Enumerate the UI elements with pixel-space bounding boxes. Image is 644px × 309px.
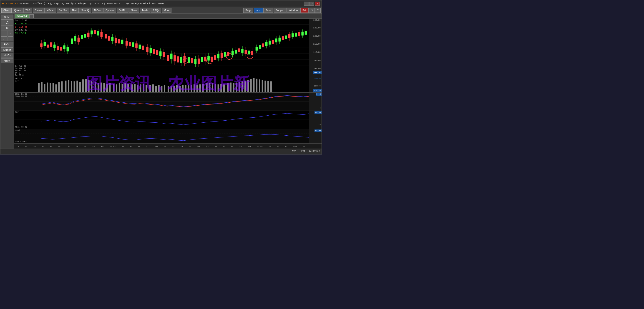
trade-menu-btn[interactable]: Trade xyxy=(140,8,150,13)
mscan-menu-btn[interactable]: MScan xyxy=(44,8,56,13)
chart-tab-kceu20[interactable]: KCEU20,D xyxy=(14,14,30,18)
news-menu-btn[interactable]: News xyxy=(129,8,140,13)
svg-rect-184 xyxy=(71,81,72,93)
add-tab-btn[interactable]: + xyxy=(30,14,34,18)
ohlc-delta: Δ= +2.15 xyxy=(15,32,26,35)
save-btn[interactable]: Save xyxy=(263,8,273,13)
hvol-value: HVOL= 34.07 xyxy=(15,140,28,143)
stochastic-svg xyxy=(14,93,309,111)
print-btn[interactable]: 🖨 xyxy=(1,20,14,25)
window-btn[interactable]: Window xyxy=(287,8,300,13)
stoch-axis: 50 0 91.7 xyxy=(309,93,322,111)
svg-rect-173 xyxy=(38,83,40,92)
page-btn[interactable]: Page xyxy=(243,8,253,13)
ts-menu-btn[interactable]: T&S xyxy=(24,8,32,13)
svg-rect-111 xyxy=(208,56,210,61)
chart-menu-btn[interactable]: Chart xyxy=(1,8,12,13)
ohlc-open: O= 116.90 xyxy=(15,19,27,22)
svg-rect-161 xyxy=(288,34,290,38)
svg-rect-169 xyxy=(301,32,304,36)
svg-rect-93 xyxy=(180,57,182,63)
svg-rect-23 xyxy=(60,47,62,51)
svg-rect-193 xyxy=(98,83,99,92)
more-menu-btn[interactable]: More xyxy=(162,8,172,13)
svg-rect-213 xyxy=(158,85,160,92)
svg-rect-157 xyxy=(282,37,284,40)
ordtkt-menu-btn[interactable]: OrdTkt xyxy=(117,8,128,13)
ohlc-high: H= 121.25 xyxy=(15,23,27,25)
price-tick-100: 100.00 xyxy=(313,68,321,70)
ohlc-info: O= 116.90 H= 121.25 L= 116.65 L= 120.05 … xyxy=(15,19,27,35)
left-btn[interactable]: ← xyxy=(1,37,7,42)
hist-btn[interactable]: <Hist> xyxy=(1,58,14,63)
svg-rect-185 xyxy=(74,82,75,93)
svg-rect-202 xyxy=(124,83,126,92)
svg-rect-143 xyxy=(259,45,261,49)
allcon-menu-btn[interactable]: AllCon xyxy=(92,8,103,13)
svg-rect-233 xyxy=(218,84,219,92)
volume-panel: Vol: 8 OI= 300000 200000 269779 xyxy=(14,77,322,93)
svg-rect-155 xyxy=(278,38,280,42)
right-btn[interactable]: → xyxy=(8,37,14,42)
up-btn[interactable]: ↑ xyxy=(1,31,7,36)
svg-rect-13 xyxy=(44,42,46,46)
rfqs-menu-btn[interactable]: RFQs xyxy=(150,8,161,13)
snapq-menu-btn[interactable]: SnapQ xyxy=(79,8,91,13)
vol-tick-200k: 200000 xyxy=(314,85,321,87)
svg-rect-41 xyxy=(90,31,93,34)
svg-rect-65 xyxy=(132,42,134,47)
title-bar: ⊞ 12:50:02 KCEU20 - Coffee (ICE), Sep 20… xyxy=(0,1,322,7)
svg-rect-33 xyxy=(78,38,80,42)
svg-rect-240 xyxy=(238,82,240,92)
svg-rect-89 xyxy=(174,55,176,62)
options-menu-btn[interactable]: Options xyxy=(104,8,116,13)
studies-btn[interactable]: Studies xyxy=(1,47,14,52)
email-btn[interactable]: ✉ xyxy=(1,26,14,31)
current-price-label: 120.05 xyxy=(313,71,322,74)
svg-rect-87 xyxy=(170,54,172,59)
nav-btn[interactable]: →← xyxy=(254,8,263,13)
svg-rect-250 xyxy=(268,81,269,93)
svg-rect-231 xyxy=(212,83,213,93)
price-tick-115: 115.00 xyxy=(313,43,321,45)
maximize-button[interactable]: □ xyxy=(309,2,314,6)
svg-rect-197 xyxy=(109,83,111,92)
title-text: KCEU20 - Coffee (ICE), Sep 20, Daily (De… xyxy=(20,2,164,5)
svg-rect-73 xyxy=(146,47,148,52)
help-btn[interactable]: ? xyxy=(315,8,321,13)
chart-area[interactable]: KCEU20,D + O= 116.90 H= 121.25 L= 116.65… xyxy=(14,14,322,149)
exit-btn[interactable]: Exit xyxy=(300,8,308,13)
rescl-btn[interactable]: ReScl xyxy=(1,42,14,47)
alert-menu-btn[interactable]: Alert xyxy=(70,8,79,13)
down-btn[interactable]: ↓ xyxy=(8,31,14,36)
tab-bar: KCEU20,D + xyxy=(14,14,322,19)
svg-rect-204 xyxy=(131,84,133,92)
svg-rect-133 xyxy=(241,49,244,53)
support-btn[interactable]: Support xyxy=(274,8,286,13)
svg-rect-171 xyxy=(305,31,307,35)
svg-rect-211 xyxy=(152,84,154,92)
minimize-button[interactable]: — xyxy=(304,2,309,6)
svg-rect-199 xyxy=(116,84,117,92)
restore-btn[interactable]: □ xyxy=(309,8,315,13)
svg-rect-246 xyxy=(256,79,258,93)
svg-rect-21 xyxy=(56,46,59,50)
quote-menu-btn[interactable]: Quote xyxy=(12,8,23,13)
numlock-indicator: NUM xyxy=(292,150,296,152)
status-menu-btn[interactable]: Status xyxy=(33,8,44,13)
svg-rect-116 xyxy=(214,55,216,60)
svg-rect-243 xyxy=(247,80,249,93)
svg-rect-225 xyxy=(194,84,195,92)
svg-rect-81 xyxy=(160,52,162,56)
supsrv-menu-btn[interactable]: SupSrv xyxy=(57,8,69,13)
close-button[interactable]: ✕ xyxy=(315,2,320,6)
svg-rect-15 xyxy=(47,45,49,48)
price-tick-120: 120.00 xyxy=(313,35,321,37)
svg-rect-55 xyxy=(114,38,117,43)
svg-rect-186 xyxy=(76,81,78,92)
svg-rect-183 xyxy=(68,80,69,93)
intd-btn[interactable]: <IntD> xyxy=(1,53,14,58)
svg-rect-163 xyxy=(292,33,294,37)
svg-rect-228 xyxy=(202,84,204,92)
setup-btn[interactable]: Setup xyxy=(1,15,14,20)
